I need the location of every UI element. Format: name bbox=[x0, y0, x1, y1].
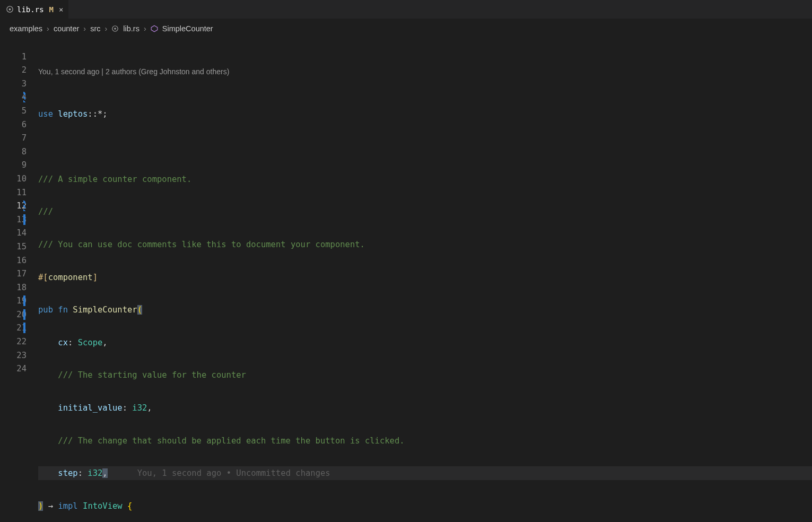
code-line: initial_value: i32, bbox=[38, 401, 812, 415]
code-line: #[component] bbox=[38, 271, 812, 284]
code-line: /// The change that should be applied ea… bbox=[38, 434, 812, 448]
code-line: use leptos::*; bbox=[38, 107, 812, 121]
tab-filename: lib.rs bbox=[17, 5, 44, 14]
svg-point-1 bbox=[8, 8, 11, 11]
git-blame-annotation: You, 1 second ago • Uncommitted changes bbox=[137, 468, 330, 478]
crumb-symbol[interactable]: SimpleCounter bbox=[162, 24, 213, 33]
svg-point-3 bbox=[115, 28, 117, 30]
line-number-gutter: 123456789101112131415161718192021222324 bbox=[0, 36, 38, 522]
code-line: /// bbox=[38, 205, 812, 219]
codelens[interactable]: You, 1 second ago | 2 authors (Greg John… bbox=[38, 65, 812, 79]
chevron-right-icon: › bbox=[47, 24, 49, 33]
editor-tab[interactable]: lib.rs M × bbox=[0, 0, 69, 19]
crumb-file[interactable]: lib.rs bbox=[123, 24, 139, 33]
code-line: cx: Scope, bbox=[38, 336, 812, 350]
crumb-counter[interactable]: counter bbox=[54, 24, 79, 33]
code-line bbox=[38, 140, 812, 153]
code-line: /// You can use doc comments like this t… bbox=[38, 238, 812, 251]
breadcrumb[interactable]: examples › counter › src › lib.rs › Simp… bbox=[0, 19, 812, 34]
code-editor[interactable]: 123456789101112131415161718192021222324 … bbox=[0, 34, 812, 522]
crumb-src[interactable]: src bbox=[90, 24, 100, 33]
code-line: pub fn SimpleCounter( bbox=[38, 303, 812, 317]
svg-marker-4 bbox=[151, 25, 158, 32]
code-line-current: step: i32, You, 1 second ago • Uncommitt… bbox=[38, 466, 812, 480]
rust-file-icon bbox=[111, 25, 119, 32]
rust-file-icon bbox=[5, 5, 14, 14]
code-line: ) → impl IntoView { bbox=[38, 499, 812, 513]
tab-bar: lib.rs M × bbox=[0, 0, 812, 19]
tab-close-icon[interactable]: × bbox=[59, 5, 63, 14]
code-content[interactable]: You, 1 second ago | 2 authors (Greg John… bbox=[38, 36, 812, 522]
chevron-right-icon: › bbox=[83, 24, 86, 33]
symbol-struct-icon bbox=[151, 25, 158, 32]
crumb-examples[interactable]: examples bbox=[10, 24, 42, 33]
tab-modified-indicator: M bbox=[49, 5, 54, 14]
chevron-right-icon: › bbox=[144, 24, 146, 33]
code-line: /// The starting value for the counter bbox=[38, 368, 812, 382]
chevron-right-icon: › bbox=[104, 24, 107, 33]
code-line: /// A simple counter component. bbox=[38, 172, 812, 186]
